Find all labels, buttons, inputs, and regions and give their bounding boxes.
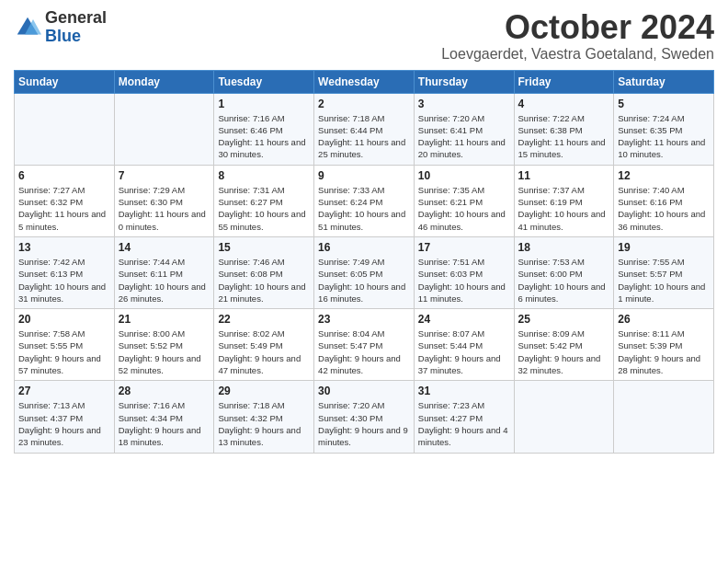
day-number: 1 [218, 98, 310, 110]
day-number: 2 [318, 98, 410, 110]
day-info: Sunrise: 7:27 AM Sunset: 6:32 PM Dayligh… [18, 184, 110, 233]
day-info: Sunrise: 7:18 AM Sunset: 4:32 PM Dayligh… [218, 399, 310, 448]
day-number: 10 [418, 169, 510, 182]
day-cell: 18Sunrise: 7:53 AM Sunset: 6:00 PM Dayli… [514, 236, 614, 308]
day-cell: 4Sunrise: 7:22 AM Sunset: 6:38 PM Daylig… [514, 93, 614, 165]
day-number: 27 [18, 385, 110, 397]
day-cell: 8Sunrise: 7:31 AM Sunset: 6:27 PM Daylig… [214, 165, 314, 236]
day-cell: 22Sunrise: 8:02 AM Sunset: 5:49 PM Dayli… [214, 309, 314, 381]
day-number: 30 [318, 385, 410, 397]
day-number: 20 [18, 313, 110, 326]
day-info: Sunrise: 7:49 AM Sunset: 6:05 PM Dayligh… [318, 256, 410, 304]
day-info: Sunrise: 7:16 AM Sunset: 6:46 PM Dayligh… [218, 112, 310, 161]
day-number: 9 [318, 169, 410, 182]
day-cell: 19Sunrise: 7:55 AM Sunset: 5:57 PM Dayli… [614, 236, 714, 308]
day-number: 4 [518, 98, 610, 110]
day-number: 28 [119, 385, 210, 397]
day-info: Sunrise: 7:13 AM Sunset: 4:37 PM Dayligh… [18, 399, 110, 448]
day-cell: 1Sunrise: 7:16 AM Sunset: 6:46 PM Daylig… [214, 93, 314, 165]
day-info: Sunrise: 7:46 AM Sunset: 6:08 PM Dayligh… [218, 256, 310, 304]
week-row-5: 27Sunrise: 7:13 AM Sunset: 4:37 PM Dayli… [15, 381, 714, 453]
day-cell: 17Sunrise: 7:51 AM Sunset: 6:03 PM Dayli… [414, 236, 514, 308]
day-number: 7 [119, 169, 210, 182]
day-number: 8 [218, 169, 310, 182]
logo-general: General [45, 9, 107, 28]
day-number: 16 [318, 241, 410, 254]
day-number: 3 [418, 98, 510, 110]
logo: General Blue [14, 9, 107, 46]
day-number: 12 [618, 169, 710, 182]
day-cell [614, 381, 714, 453]
week-row-4: 20Sunrise: 7:58 AM Sunset: 5:55 PM Dayli… [15, 309, 714, 381]
day-cell: 31Sunrise: 7:23 AM Sunset: 4:27 PM Dayli… [414, 381, 514, 453]
day-cell: 13Sunrise: 7:42 AM Sunset: 6:13 PM Dayli… [15, 236, 115, 308]
day-cell: 24Sunrise: 8:07 AM Sunset: 5:44 PM Dayli… [414, 309, 514, 381]
day-info: Sunrise: 8:09 AM Sunset: 5:42 PM Dayligh… [518, 327, 610, 376]
day-cell: 12Sunrise: 7:40 AM Sunset: 6:16 PM Dayli… [614, 165, 714, 236]
day-info: Sunrise: 7:53 AM Sunset: 6:00 PM Dayligh… [518, 256, 610, 304]
day-info: Sunrise: 8:00 AM Sunset: 5:52 PM Dayligh… [119, 327, 210, 376]
day-cell: 21Sunrise: 8:00 AM Sunset: 5:52 PM Dayli… [114, 309, 214, 381]
day-cell: 2Sunrise: 7:18 AM Sunset: 6:44 PM Daylig… [314, 93, 415, 165]
day-number: 22 [218, 313, 310, 326]
day-cell [514, 381, 614, 453]
logo-blue: Blue [45, 28, 107, 46]
day-info: Sunrise: 8:07 AM Sunset: 5:44 PM Dayligh… [418, 327, 510, 376]
day-cell: 25Sunrise: 8:09 AM Sunset: 5:42 PM Dayli… [514, 309, 614, 381]
day-cell: 14Sunrise: 7:44 AM Sunset: 6:11 PM Dayli… [114, 236, 214, 308]
logo-text: General Blue [45, 9, 107, 46]
month-title: October 2024 [441, 9, 714, 46]
day-cell: 26Sunrise: 8:11 AM Sunset: 5:39 PM Dayli… [614, 309, 714, 381]
day-number: 17 [418, 241, 510, 254]
col-header-tuesday: Tuesday [214, 70, 314, 93]
calendar-table: SundayMondayTuesdayWednesdayThursdayFrid… [14, 70, 714, 454]
week-row-3: 13Sunrise: 7:42 AM Sunset: 6:13 PM Dayli… [15, 236, 714, 308]
col-header-wednesday: Wednesday [314, 70, 415, 93]
day-number: 29 [218, 385, 310, 397]
day-cell: 6Sunrise: 7:27 AM Sunset: 6:32 PM Daylig… [15, 165, 115, 236]
day-number: 13 [18, 241, 110, 254]
location-title: Loevgaerdet, Vaestra Goetaland, Sweden [441, 46, 714, 63]
day-cell: 5Sunrise: 7:24 AM Sunset: 6:35 PM Daylig… [614, 93, 714, 165]
day-info: Sunrise: 7:40 AM Sunset: 6:16 PM Dayligh… [618, 184, 710, 233]
day-info: Sunrise: 7:16 AM Sunset: 4:34 PM Dayligh… [119, 399, 210, 448]
title-block: October 2024 Loevgaerdet, Vaestra Goetal… [441, 9, 714, 63]
day-cell [15, 93, 115, 165]
day-info: Sunrise: 7:35 AM Sunset: 6:21 PM Dayligh… [418, 184, 510, 233]
day-number: 14 [119, 241, 210, 254]
day-info: Sunrise: 7:22 AM Sunset: 6:38 PM Dayligh… [518, 112, 610, 161]
day-info: Sunrise: 7:44 AM Sunset: 6:11 PM Dayligh… [119, 256, 210, 304]
day-cell: 27Sunrise: 7:13 AM Sunset: 4:37 PM Dayli… [15, 381, 115, 453]
day-cell: 30Sunrise: 7:20 AM Sunset: 4:30 PM Dayli… [314, 381, 415, 453]
day-cell: 11Sunrise: 7:37 AM Sunset: 6:19 PM Dayli… [514, 165, 614, 236]
col-header-friday: Friday [514, 70, 614, 93]
day-number: 19 [618, 241, 710, 254]
day-cell: 28Sunrise: 7:16 AM Sunset: 4:34 PM Dayli… [114, 381, 214, 453]
day-info: Sunrise: 7:18 AM Sunset: 6:44 PM Dayligh… [318, 112, 410, 161]
day-cell: 15Sunrise: 7:46 AM Sunset: 6:08 PM Dayli… [214, 236, 314, 308]
logo-icon [14, 14, 41, 41]
col-header-sunday: Sunday [15, 70, 115, 93]
day-info: Sunrise: 7:20 AM Sunset: 4:30 PM Dayligh… [318, 399, 410, 448]
day-info: Sunrise: 7:37 AM Sunset: 6:19 PM Dayligh… [518, 184, 610, 233]
day-cell: 20Sunrise: 7:58 AM Sunset: 5:55 PM Dayli… [15, 309, 115, 381]
day-cell: 3Sunrise: 7:20 AM Sunset: 6:41 PM Daylig… [414, 93, 514, 165]
day-number: 18 [518, 241, 610, 254]
week-row-2: 6Sunrise: 7:27 AM Sunset: 6:32 PM Daylig… [15, 165, 714, 236]
day-info: Sunrise: 7:23 AM Sunset: 4:27 PM Dayligh… [418, 399, 510, 448]
day-number: 24 [418, 313, 510, 326]
day-info: Sunrise: 7:20 AM Sunset: 6:41 PM Dayligh… [418, 112, 510, 161]
col-header-thursday: Thursday [414, 70, 514, 93]
day-number: 31 [418, 385, 510, 397]
page-header: General Blue October 2024 Loevgaerdet, V… [14, 9, 714, 63]
day-info: Sunrise: 7:58 AM Sunset: 5:55 PM Dayligh… [18, 327, 110, 376]
day-cell: 10Sunrise: 7:35 AM Sunset: 6:21 PM Dayli… [414, 165, 514, 236]
day-cell: 16Sunrise: 7:49 AM Sunset: 6:05 PM Dayli… [314, 236, 415, 308]
day-info: Sunrise: 7:51 AM Sunset: 6:03 PM Dayligh… [418, 256, 510, 304]
day-cell: 9Sunrise: 7:33 AM Sunset: 6:24 PM Daylig… [314, 165, 415, 236]
day-info: Sunrise: 8:11 AM Sunset: 5:39 PM Dayligh… [618, 327, 710, 376]
day-cell: 7Sunrise: 7:29 AM Sunset: 6:30 PM Daylig… [114, 165, 214, 236]
day-info: Sunrise: 7:42 AM Sunset: 6:13 PM Dayligh… [18, 256, 110, 304]
day-info: Sunrise: 7:33 AM Sunset: 6:24 PM Dayligh… [318, 184, 410, 233]
day-info: Sunrise: 7:31 AM Sunset: 6:27 PM Dayligh… [218, 184, 310, 233]
